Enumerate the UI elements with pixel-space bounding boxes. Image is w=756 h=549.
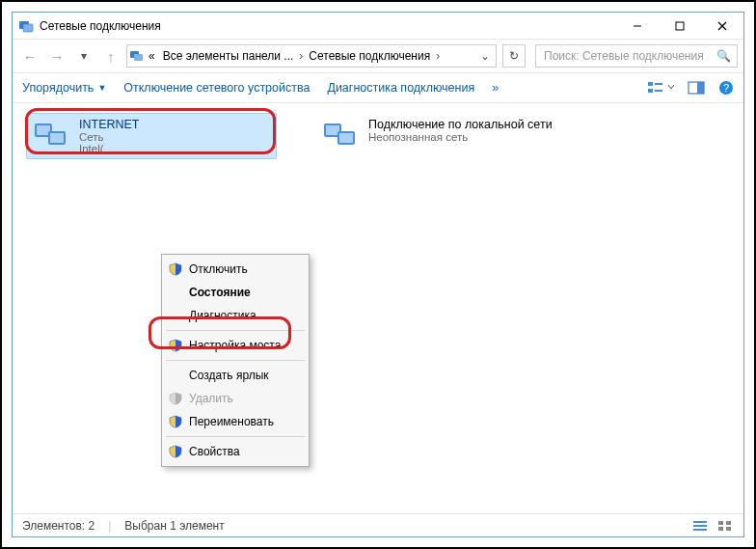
address-prefix: « <box>145 49 159 63</box>
toolbar-overflow[interactable]: » <box>492 81 499 95</box>
connection-status: Неопознанная сеть <box>368 131 553 143</box>
svg-rect-13 <box>697 82 704 94</box>
svg-rect-17 <box>37 125 50 135</box>
maximize-button[interactable] <box>659 13 701 40</box>
ctx-disable[interactable]: Отключить <box>164 258 307 281</box>
shield-icon <box>169 415 182 428</box>
diagnose-button[interactable]: Диагностика подключения <box>327 81 474 95</box>
svg-rect-9 <box>648 89 653 93</box>
ctx-delete: Удалить <box>164 387 307 410</box>
ctx-label: Настройка моста <box>189 339 281 352</box>
command-bar: Упорядочить▼ Отключение сетевого устройс… <box>13 72 743 103</box>
separator <box>166 436 305 437</box>
address-bar[interactable]: « Все элементы панели ... › Сетевые подк… <box>126 44 497 68</box>
address-segment[interactable]: Сетевые подключения <box>305 49 434 63</box>
connection-device: Intel( <box>79 143 140 154</box>
ctx-label: Создать ярлык <box>189 369 269 382</box>
ctx-label: Переименовать <box>189 415 274 428</box>
separator <box>166 330 305 331</box>
svg-rect-8 <box>648 82 653 86</box>
details-view-button[interactable] <box>691 519 709 533</box>
status-count: Элементов: 2 <box>22 519 94 533</box>
ctx-status[interactable]: Состояние <box>164 281 307 304</box>
view-options-button[interactable] <box>647 80 674 96</box>
titlebar: Сетевые подключения <box>13 13 743 40</box>
ctx-bridge[interactable]: Настройка моста <box>164 334 307 357</box>
svg-rect-7 <box>134 54 143 61</box>
status-selected: Выбран 1 элемент <box>124 519 224 533</box>
chevron-down-icon: ▼ <box>97 83 106 93</box>
ctx-rename[interactable]: Переименовать <box>164 410 307 433</box>
connection-item-internet[interactable]: INTERNET Сеть Intel( <box>26 113 277 159</box>
address-icon <box>129 48 145 64</box>
shield-icon <box>169 445 182 458</box>
svg-rect-30 <box>726 527 731 531</box>
ctx-create-shortcut[interactable]: Создать ярлык <box>164 364 307 387</box>
connection-name: INTERNET <box>79 118 140 131</box>
separator <box>166 360 305 361</box>
svg-rect-27 <box>718 521 723 525</box>
refresh-button[interactable]: ↻ <box>502 44 526 68</box>
nav-row: ← → ▾ ↑ « Все элементы панели ... › Сете… <box>13 40 743 72</box>
connection-status: Сеть <box>79 131 140 143</box>
ctx-properties[interactable]: Свойства <box>164 440 307 463</box>
minimize-button[interactable] <box>616 13 659 40</box>
ctx-label: Состояние <box>189 286 251 299</box>
shield-icon <box>169 262 182 276</box>
connection-name: Подключение по локальной сети <box>368 118 553 131</box>
connection-item-lan[interactable]: Подключение по локальной сети Неопознанн… <box>315 113 566 159</box>
address-history-dropdown[interactable]: ⌄ <box>476 49 494 63</box>
svg-rect-19 <box>50 133 64 143</box>
ctx-label: Свойства <box>189 445 240 458</box>
svg-rect-3 <box>676 22 684 30</box>
ctx-label: Удалить <box>189 392 233 405</box>
chevron-right-icon[interactable]: › <box>297 49 305 63</box>
search-icon: 🔍 <box>716 49 731 63</box>
svg-rect-28 <box>726 521 731 525</box>
preview-pane-button[interactable] <box>688 81 705 95</box>
diagnose-label: Диагностика подключения <box>327 81 474 95</box>
svg-rect-1 <box>23 24 33 32</box>
svg-rect-21 <box>326 125 339 135</box>
back-button[interactable]: ← <box>18 44 41 68</box>
network-icon <box>33 118 71 151</box>
svg-text:?: ? <box>723 82 729 94</box>
ctx-diagnose[interactable]: Диагностика <box>164 304 307 327</box>
up-button[interactable]: ↑ <box>99 44 122 68</box>
ctx-label: Диагностика <box>189 309 256 322</box>
search-input[interactable] <box>542 48 713 64</box>
recent-dropdown[interactable]: ▾ <box>72 44 95 68</box>
svg-rect-29 <box>718 527 723 531</box>
status-bar: Элементов: 2 | Выбран 1 элемент <box>13 513 743 536</box>
ctx-label: Отключить <box>189 262 248 276</box>
shield-icon <box>169 339 182 352</box>
app-icon <box>18 18 34 34</box>
address-segment[interactable]: Все элементы панели ... <box>159 49 298 63</box>
disable-device-button[interactable]: Отключение сетевого устройства <box>123 81 310 95</box>
context-menu: Отключить Состояние Диагностика Настройк… <box>161 254 310 467</box>
large-icons-view-button[interactable] <box>716 519 734 533</box>
overflow-label: » <box>492 81 499 95</box>
svg-rect-23 <box>339 133 353 143</box>
window-title: Сетевые подключения <box>40 19 161 33</box>
organize-label: Упорядочить <box>22 81 94 95</box>
content-area[interactable]: INTERNET Сеть Intel( Подключение по лока… <box>13 103 743 513</box>
shield-icon <box>169 392 182 405</box>
close-button[interactable] <box>701 13 743 40</box>
network-icon <box>322 118 361 151</box>
disable-device-label: Отключение сетевого устройства <box>123 81 310 95</box>
help-button[interactable]: ? <box>718 80 734 96</box>
separator: | <box>108 519 111 533</box>
organize-menu[interactable]: Упорядочить▼ <box>22 81 106 95</box>
forward-button[interactable]: → <box>45 44 68 68</box>
search-box[interactable]: 🔍 <box>535 44 738 68</box>
chevron-right-icon[interactable]: › <box>434 49 442 63</box>
